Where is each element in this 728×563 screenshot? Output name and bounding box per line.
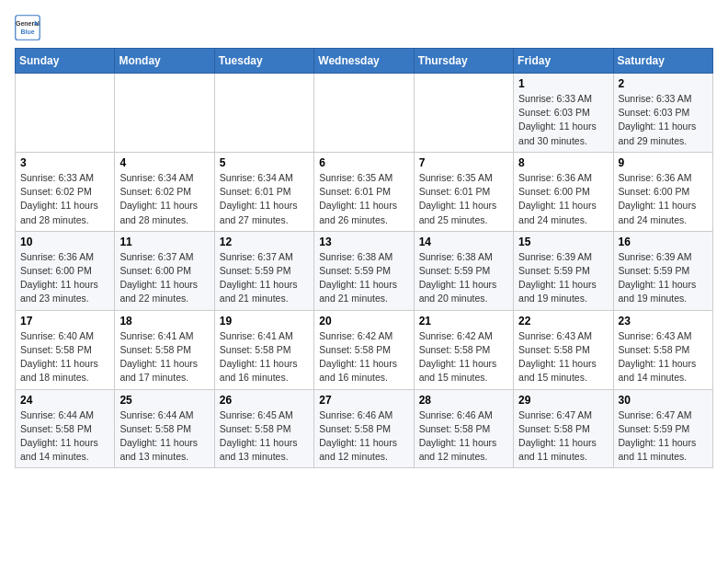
day-info: Sunrise: 6:47 AMSunset: 5:59 PMDaylight:… bbox=[619, 408, 708, 465]
calendar-cell: 17Sunrise: 6:40 AMSunset: 5:58 PMDayligh… bbox=[16, 310, 115, 389]
day-number: 23 bbox=[619, 315, 708, 327]
day-of-week-header: Saturday bbox=[613, 49, 712, 74]
calendar-cell: 8Sunrise: 6:36 AMSunset: 6:00 PMDaylight… bbox=[514, 152, 613, 231]
calendar-cell: 22Sunrise: 6:43 AMSunset: 5:58 PMDayligh… bbox=[514, 310, 613, 389]
calendar-cell bbox=[414, 74, 513, 153]
calendar-cell: 23Sunrise: 6:43 AMSunset: 5:58 PMDayligh… bbox=[613, 310, 712, 389]
calendar-cell: 11Sunrise: 6:37 AMSunset: 6:00 PMDayligh… bbox=[115, 231, 214, 310]
day-info: Sunrise: 6:36 AMSunset: 6:00 PMDaylight:… bbox=[619, 171, 708, 227]
calendar-cell: 12Sunrise: 6:37 AMSunset: 5:59 PMDayligh… bbox=[214, 231, 313, 310]
day-info: Sunrise: 6:33 AMSunset: 6:03 PMDaylight:… bbox=[518, 92, 608, 148]
day-number: 22 bbox=[518, 315, 608, 327]
day-info: Sunrise: 6:34 AMSunset: 6:02 PMDaylight:… bbox=[119, 171, 209, 227]
day-number: 9 bbox=[619, 156, 708, 169]
day-of-week-header: Wednesday bbox=[314, 49, 414, 74]
day-info: Sunrise: 6:46 AMSunset: 5:58 PMDaylight:… bbox=[419, 408, 508, 465]
calendar-cell: 10Sunrise: 6:36 AMSunset: 6:00 PMDayligh… bbox=[16, 231, 115, 310]
day-number: 11 bbox=[119, 236, 209, 248]
day-number: 6 bbox=[319, 156, 408, 169]
calendar-cell bbox=[314, 74, 414, 153]
day-info: Sunrise: 6:43 AMSunset: 5:58 PMDaylight:… bbox=[619, 329, 708, 385]
calendar-header-row: SundayMondayTuesdayWednesdayThursdayFrid… bbox=[16, 49, 713, 74]
day-info: Sunrise: 6:44 AMSunset: 5:58 PMDaylight:… bbox=[119, 408, 209, 465]
calendar-cell: 30Sunrise: 6:47 AMSunset: 5:59 PMDayligh… bbox=[613, 389, 712, 468]
day-number: 13 bbox=[319, 236, 408, 248]
calendar-cell: 16Sunrise: 6:39 AMSunset: 5:59 PMDayligh… bbox=[613, 231, 712, 310]
day-of-week-header: Monday bbox=[115, 49, 214, 74]
day-number: 20 bbox=[319, 315, 408, 327]
calendar-week-row: 24Sunrise: 6:44 AMSunset: 5:58 PMDayligh… bbox=[16, 389, 713, 468]
day-info: Sunrise: 6:33 AMSunset: 6:02 PMDaylight:… bbox=[20, 171, 109, 227]
day-number: 3 bbox=[20, 156, 109, 169]
day-number: 14 bbox=[419, 236, 508, 248]
calendar-week-row: 1Sunrise: 6:33 AMSunset: 6:03 PMDaylight… bbox=[16, 74, 713, 153]
day-info: Sunrise: 6:41 AMSunset: 5:58 PMDaylight:… bbox=[220, 329, 309, 385]
day-info: Sunrise: 6:45 AMSunset: 5:58 PMDaylight:… bbox=[220, 408, 309, 465]
day-info: Sunrise: 6:39 AMSunset: 5:59 PMDaylight:… bbox=[619, 250, 708, 306]
day-number: 4 bbox=[119, 156, 209, 169]
logo: General Blue bbox=[15, 15, 40, 40]
day-info: Sunrise: 6:37 AMSunset: 5:59 PMDaylight:… bbox=[220, 250, 309, 306]
day-info: Sunrise: 6:34 AMSunset: 6:01 PMDaylight:… bbox=[220, 171, 309, 227]
day-number: 30 bbox=[619, 394, 708, 407]
calendar-cell bbox=[214, 74, 313, 153]
calendar-cell: 24Sunrise: 6:44 AMSunset: 5:58 PMDayligh… bbox=[16, 389, 115, 468]
day-number: 7 bbox=[419, 156, 508, 169]
day-info: Sunrise: 6:42 AMSunset: 5:58 PMDaylight:… bbox=[319, 329, 408, 385]
day-number: 21 bbox=[419, 315, 508, 327]
day-of-week-header: Friday bbox=[514, 49, 613, 74]
calendar-cell: 1Sunrise: 6:33 AMSunset: 6:03 PMDaylight… bbox=[514, 74, 613, 153]
calendar-week-row: 10Sunrise: 6:36 AMSunset: 6:00 PMDayligh… bbox=[16, 231, 713, 310]
day-info: Sunrise: 6:41 AMSunset: 5:58 PMDaylight:… bbox=[119, 329, 209, 385]
calendar-cell: 21Sunrise: 6:42 AMSunset: 5:58 PMDayligh… bbox=[414, 310, 513, 389]
calendar-cell: 15Sunrise: 6:39 AMSunset: 5:59 PMDayligh… bbox=[514, 231, 613, 310]
day-info: Sunrise: 6:35 AMSunset: 6:01 PMDaylight:… bbox=[319, 171, 408, 227]
calendar-cell: 27Sunrise: 6:46 AMSunset: 5:58 PMDayligh… bbox=[314, 389, 414, 468]
calendar-cell: 4Sunrise: 6:34 AMSunset: 6:02 PMDaylight… bbox=[115, 152, 214, 231]
calendar-cell bbox=[16, 74, 115, 153]
svg-text:Blue: Blue bbox=[20, 29, 34, 35]
day-number: 1 bbox=[518, 77, 608, 90]
calendar-cell: 13Sunrise: 6:38 AMSunset: 5:59 PMDayligh… bbox=[314, 231, 414, 310]
day-number: 16 bbox=[619, 236, 708, 248]
logo-icon: General Blue bbox=[15, 15, 40, 40]
day-info: Sunrise: 6:44 AMSunset: 5:58 PMDaylight:… bbox=[20, 408, 109, 465]
day-number: 2 bbox=[619, 77, 708, 90]
day-info: Sunrise: 6:36 AMSunset: 6:00 PMDaylight:… bbox=[518, 171, 608, 227]
calendar-cell: 20Sunrise: 6:42 AMSunset: 5:58 PMDayligh… bbox=[314, 310, 414, 389]
day-info: Sunrise: 6:47 AMSunset: 5:58 PMDaylight:… bbox=[518, 408, 608, 465]
day-info: Sunrise: 6:39 AMSunset: 5:59 PMDaylight:… bbox=[518, 250, 608, 306]
calendar-cell: 2Sunrise: 6:33 AMSunset: 6:03 PMDaylight… bbox=[613, 74, 712, 153]
svg-rect-0 bbox=[16, 16, 40, 40]
calendar-cell: 25Sunrise: 6:44 AMSunset: 5:58 PMDayligh… bbox=[115, 389, 214, 468]
calendar-cell bbox=[115, 74, 214, 153]
calendar-cell: 29Sunrise: 6:47 AMSunset: 5:58 PMDayligh… bbox=[514, 389, 613, 468]
calendar-week-row: 17Sunrise: 6:40 AMSunset: 5:58 PMDayligh… bbox=[16, 310, 713, 389]
day-info: Sunrise: 6:36 AMSunset: 6:00 PMDaylight:… bbox=[20, 250, 109, 306]
day-number: 19 bbox=[220, 315, 309, 327]
day-of-week-header: Sunday bbox=[16, 49, 115, 74]
day-of-week-header: Thursday bbox=[414, 49, 513, 74]
day-number: 8 bbox=[518, 156, 608, 169]
day-number: 26 bbox=[220, 394, 309, 407]
calendar-cell: 9Sunrise: 6:36 AMSunset: 6:00 PMDaylight… bbox=[613, 152, 712, 231]
day-info: Sunrise: 6:42 AMSunset: 5:58 PMDaylight:… bbox=[419, 329, 508, 385]
calendar-cell: 18Sunrise: 6:41 AMSunset: 5:58 PMDayligh… bbox=[115, 310, 214, 389]
day-info: Sunrise: 6:46 AMSunset: 5:58 PMDaylight:… bbox=[319, 408, 408, 465]
calendar-week-row: 3Sunrise: 6:33 AMSunset: 6:02 PMDaylight… bbox=[16, 152, 713, 231]
day-info: Sunrise: 6:40 AMSunset: 5:58 PMDaylight:… bbox=[20, 329, 109, 385]
day-info: Sunrise: 6:35 AMSunset: 6:01 PMDaylight:… bbox=[419, 171, 508, 227]
day-number: 28 bbox=[419, 394, 508, 407]
day-of-week-header: Tuesday bbox=[214, 49, 313, 74]
day-info: Sunrise: 6:38 AMSunset: 5:59 PMDaylight:… bbox=[319, 250, 408, 306]
day-info: Sunrise: 6:43 AMSunset: 5:58 PMDaylight:… bbox=[518, 329, 608, 385]
day-info: Sunrise: 6:33 AMSunset: 6:03 PMDaylight:… bbox=[619, 92, 708, 148]
day-number: 29 bbox=[518, 394, 608, 407]
day-number: 5 bbox=[220, 156, 309, 169]
calendar-cell: 19Sunrise: 6:41 AMSunset: 5:58 PMDayligh… bbox=[214, 310, 313, 389]
calendar-cell: 14Sunrise: 6:38 AMSunset: 5:59 PMDayligh… bbox=[414, 231, 513, 310]
day-number: 10 bbox=[20, 236, 109, 248]
calendar: SundayMondayTuesdayWednesdayThursdayFrid… bbox=[15, 48, 713, 468]
calendar-cell: 5Sunrise: 6:34 AMSunset: 6:01 PMDaylight… bbox=[214, 152, 313, 231]
calendar-cell: 6Sunrise: 6:35 AMSunset: 6:01 PMDaylight… bbox=[314, 152, 414, 231]
